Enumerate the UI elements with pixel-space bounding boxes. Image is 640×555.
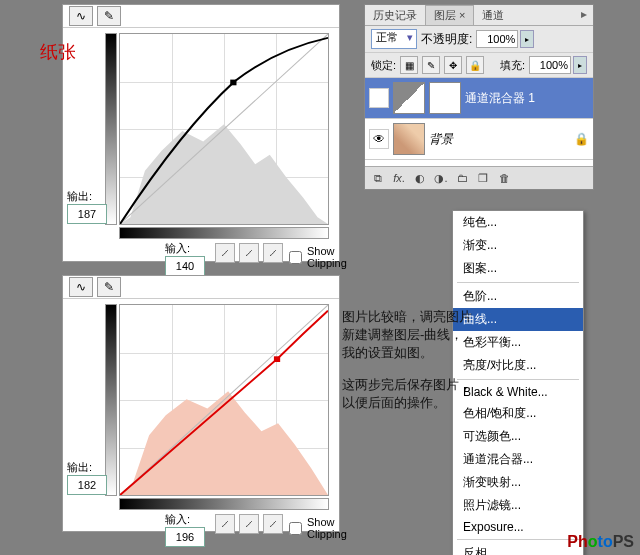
visibility-icon[interactable]: 👁 <box>369 129 389 149</box>
show-clipping-label: Show Clipping <box>307 245 347 269</box>
input-label: 输入: <box>165 242 190 254</box>
adjustment-thumb-icon <box>393 82 425 114</box>
y-gradient-2 <box>105 304 117 496</box>
opacity-arrow-icon[interactable]: ▸ <box>520 30 534 48</box>
tab-layers[interactable]: 图层 × <box>425 5 474 25</box>
panel-tabs: 历史记录 图层 × 通道 ▸ <box>365 5 593 26</box>
curves-header-2: ∿ ✎ <box>63 276 339 299</box>
opacity-input[interactable] <box>476 30 518 48</box>
opacity-label: 不透明度: <box>421 31 472 48</box>
lock-position-icon[interactable]: ✥ <box>444 56 462 74</box>
fill-label: 填充: <box>500 58 525 73</box>
menu-item[interactable]: 通道混合器... <box>453 448 583 471</box>
menu-item[interactable]: 纯色... <box>453 211 583 234</box>
pencil-mode-icon[interactable]: ✎ <box>97 277 121 297</box>
lock-label: 锁定: <box>371 58 396 73</box>
opacity-control: ▸ <box>476 30 534 48</box>
menu-separator <box>457 539 579 540</box>
paper-label-1: 纸张 <box>40 40 76 64</box>
link-icon[interactable]: ⧉ <box>369 169 387 187</box>
input-input-1[interactable] <box>165 256 205 276</box>
svg-rect-5 <box>274 356 280 362</box>
gray-point-icon[interactable]: ⟋ <box>239 243 259 263</box>
fill-arrow-icon[interactable]: ▸ <box>573 56 587 74</box>
annotation-5: 以便后面的操作。 <box>342 394 446 412</box>
curve-mode-icon[interactable]: ∿ <box>69 277 93 297</box>
layer-name: 背景 <box>429 131 453 148</box>
lock-transparent-icon[interactable]: ▦ <box>400 56 418 74</box>
output-box-1: 输出: <box>67 189 101 224</box>
menu-item[interactable]: Black & White... <box>453 382 583 402</box>
black-point-icon[interactable]: ⟋ <box>215 243 235 263</box>
pencil-mode-icon[interactable]: ✎ <box>97 6 121 26</box>
x-gradient-2 <box>119 498 329 510</box>
x-gradient <box>119 227 329 239</box>
eyedroppers-2: ⟋ ⟋ ⟋ <box>215 514 283 534</box>
menu-item[interactable]: 反相 <box>453 542 583 555</box>
fx-icon[interactable]: fx. <box>390 169 408 187</box>
adjustment-icon[interactable]: ◑. <box>432 169 450 187</box>
layer-row-background[interactable]: 👁 背景 🔒 <box>365 119 593 160</box>
panel-menu-icon[interactable]: ▸ <box>581 7 587 21</box>
curves-panel-2: ∿ ✎ 输出: 输入: ⟋ ⟋ ⟋ Show Clipping <box>62 275 340 532</box>
output-input-1[interactable] <box>67 204 107 224</box>
tab-channels[interactable]: 通道 <box>474 6 512 25</box>
curve-grid-2[interactable] <box>119 304 329 496</box>
output-box-2: 输出: <box>67 460 101 495</box>
annotation-3: 我的设置如图。 <box>342 344 433 362</box>
annotation-1: 图片比较暗，调亮图片 <box>342 308 472 326</box>
gray-point-icon[interactable]: ⟋ <box>239 514 259 534</box>
visibility-icon[interactable]: 👁 <box>369 88 389 108</box>
curves-header-1: ∿ ✎ <box>63 5 339 28</box>
layers-footer: ⧉ fx. ◐ ◑. 🗀 ❐ 🗑 <box>365 166 593 189</box>
black-point-icon[interactable]: ⟋ <box>215 514 235 534</box>
mask-icon[interactable]: ◐ <box>411 169 429 187</box>
eyedroppers-1: ⟋ ⟋ ⟋ <box>215 243 283 263</box>
input-box-1: 输入: <box>165 241 205 276</box>
menu-item[interactable]: 照片滤镜... <box>453 494 583 517</box>
annotation-4: 这两步完后保存图片， <box>342 376 472 394</box>
menu-item[interactable]: Exposure... <box>453 517 583 537</box>
show-clipping-label: Show Clipping <box>307 516 347 540</box>
group-icon[interactable]: 🗀 <box>453 169 471 187</box>
blend-row: 正常 不透明度: ▸ <box>365 26 593 53</box>
layer-name: 通道混合器 1 <box>465 90 535 107</box>
menu-separator <box>457 379 579 380</box>
menu-item[interactable]: 亮度/对比度... <box>453 354 583 377</box>
blend-mode-select[interactable]: 正常 <box>371 29 417 49</box>
input-box-2: 输入: <box>165 512 205 547</box>
tab-history[interactable]: 历史记录 <box>365 6 425 25</box>
menu-item[interactable]: 图案... <box>453 257 583 280</box>
new-layer-icon[interactable]: ❐ <box>474 169 492 187</box>
layer-row-adjustment[interactable]: 👁 通道混合器 1 <box>365 78 593 119</box>
show-clipping-checkbox[interactable] <box>289 251 302 264</box>
menu-item[interactable]: 色相/饱和度... <box>453 402 583 425</box>
menu-item[interactable]: 可选颜色... <box>453 425 583 448</box>
fill-input[interactable] <box>529 56 571 74</box>
y-gradient <box>105 33 117 225</box>
menu-item[interactable]: 渐变... <box>453 234 583 257</box>
curve-grid-1[interactable] <box>119 33 329 225</box>
bg-thumb-icon <box>393 123 425 155</box>
menu-item[interactable]: 曲线... <box>453 308 583 331</box>
curves-panel-1: ∿ ✎ 输出: 输入: ⟋ ⟋ ⟋ Show Clipping <box>62 4 340 262</box>
white-point-icon[interactable]: ⟋ <box>263 243 283 263</box>
output-input-2[interactable] <box>67 475 107 495</box>
input-label: 输入: <box>165 513 190 525</box>
lock-all-icon[interactable]: 🔒 <box>466 56 484 74</box>
annotation-2: 新建调整图层-曲线， <box>342 326 463 344</box>
output-label: 输出: <box>67 461 92 473</box>
trash-icon[interactable]: 🗑 <box>495 169 513 187</box>
show-clipping-1[interactable]: Show Clipping <box>285 245 347 269</box>
menu-item[interactable]: 渐变映射... <box>453 471 583 494</box>
lock-pixels-icon[interactable]: ✎ <box>422 56 440 74</box>
curve-mode-icon[interactable]: ∿ <box>69 6 93 26</box>
white-point-icon[interactable]: ⟋ <box>263 514 283 534</box>
show-clipping-checkbox[interactable] <box>289 522 302 535</box>
lock-row: 锁定: ▦ ✎ ✥ 🔒 填充: ▸ <box>365 53 593 78</box>
menu-item[interactable]: 色阶... <box>453 285 583 308</box>
output-label: 输出: <box>67 190 92 202</box>
show-clipping-2[interactable]: Show Clipping <box>285 516 347 540</box>
input-input-2[interactable] <box>165 527 205 547</box>
menu-item[interactable]: 色彩平衡... <box>453 331 583 354</box>
